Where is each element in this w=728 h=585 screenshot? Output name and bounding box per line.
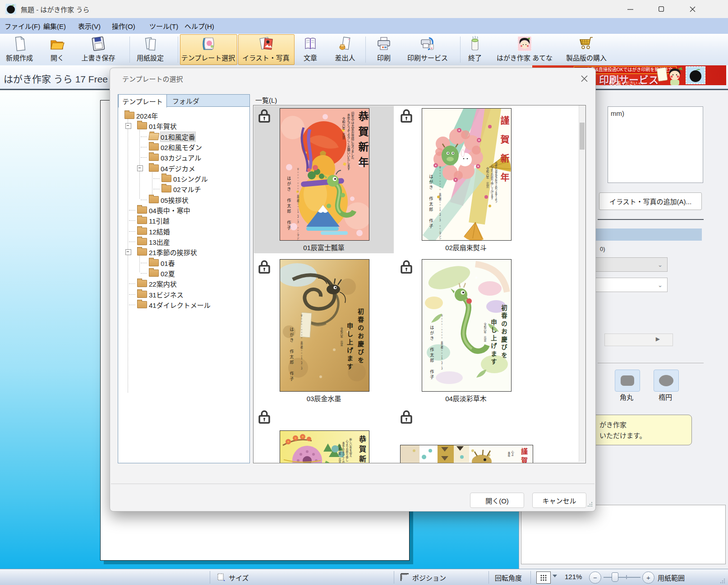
zoom-slider-tick	[626, 575, 627, 579]
lock-icon	[258, 410, 271, 424]
tree-item-mochu[interactable]: 04喪中・寒中	[118, 205, 249, 215]
zoom-out-button[interactable]: −	[589, 571, 601, 584]
expand-button[interactable]: ▶	[604, 334, 673, 346]
tree-collapse-box[interactable]	[137, 165, 143, 171]
menu-view[interactable]: 表示(V)	[78, 21, 101, 31]
template-card-kinga[interactable]: 謹賀 心よ 本年	[400, 445, 533, 463]
zoom-slider-thumb[interactable]	[612, 572, 618, 582]
print-button[interactable]: 印刷	[368, 35, 400, 62]
zoom-level: 121%	[565, 573, 582, 580]
maximize-button[interactable]	[651, 0, 672, 18]
menu-help[interactable]: ヘルプ(H)	[184, 21, 214, 31]
open-button[interactable]: 開く	[41, 35, 73, 62]
dialog-resize-grip[interactable]	[587, 502, 593, 507]
template-card-ogi-noshi[interactable]: 謹賀新年 今年も幸多き年でありますよう 心よりお祈り申し上げます 令和六年 元旦…	[422, 108, 511, 241]
purchase-button[interactable]: 製品版の購入	[559, 35, 613, 62]
status-separator	[530, 571, 531, 584]
template-name: 02辰扇束熨斗	[408, 242, 524, 252]
tree-item-annaijo[interactable]: 22案内状	[118, 279, 249, 288]
zoom-in-button[interactable]: +	[642, 571, 654, 584]
tree-collapse-box[interactable]	[125, 123, 131, 129]
minimize-button[interactable]	[620, 0, 640, 18]
tree-item-aisatsujo[interactable]: 05挨拶状	[118, 195, 249, 205]
text-button[interactable]: 文章	[293, 35, 327, 62]
tree-item-wafu-teiban[interactable]: 01和風定番	[118, 132, 249, 142]
tree-item-nengajo[interactable]: 01年賀状	[118, 121, 249, 131]
tree-item-kekkon[interactable]: 12結婚	[118, 226, 249, 236]
bottom-right-box	[521, 505, 726, 564]
window-resize-grip[interactable]	[720, 578, 725, 584]
size-position-box: mm)	[608, 106, 703, 183]
print-service-icon	[419, 35, 436, 52]
tree-item-haru[interactable]: 01春	[118, 258, 249, 268]
rounded-label: 角丸	[620, 392, 633, 402]
save-button[interactable]: 上書き保存	[74, 35, 122, 62]
tree-item-multi[interactable]: 02マルチ	[118, 184, 249, 194]
new-document-button[interactable]: 新規作成	[0, 35, 39, 62]
zoom-slider-track[interactable]	[604, 577, 640, 578]
template-thumbnail-art	[422, 109, 511, 240]
template-card-tansai-kusaki[interactable]: 初春のお慶びを 申し上げます 令和六年 元旦 〒○○○-○○○○ 東京都○○○１…	[422, 259, 511, 392]
tree-item-business[interactable]: 31ビジネス	[118, 289, 249, 299]
tree-item-digicame[interactable]: 04デジカメ	[118, 163, 249, 173]
close-icon	[581, 75, 588, 82]
hagaki-atena-button[interactable]: はがき作家 あてな	[492, 35, 558, 62]
menu-tools[interactable]: ツール(T)	[149, 21, 178, 31]
menu-bar: ファイル(F) 編集(E) 表示(V) 操作(O) ツール(T) ヘルプ(H)	[0, 18, 728, 34]
cancel-button[interactable]: キャンセル	[532, 493, 586, 508]
print-service-button[interactable]: 印刷サービス	[403, 35, 452, 62]
lock-icon	[400, 109, 413, 123]
scrollbar-thumb[interactable]	[580, 123, 585, 150]
banner-subtext: をご覧ください <<	[609, 80, 643, 85]
ellipse-shape-button[interactable]	[654, 370, 679, 392]
grid-dropdown-caret[interactable]	[553, 575, 557, 577]
lock-icon	[400, 260, 413, 274]
toolbar-separator	[178, 37, 178, 63]
tree-item-directmail[interactable]: 41ダイレクトメール	[118, 300, 249, 310]
paper-settings-button[interactable]: 用紙設定	[131, 35, 170, 62]
menu-file[interactable]: ファイル(F)	[5, 21, 40, 31]
tree-item-2024[interactable]: 2024年	[118, 110, 249, 120]
template-book-icon	[200, 35, 217, 52]
dialog-close-button[interactable]	[575, 72, 594, 85]
card-greeting: 謹賀	[520, 448, 527, 463]
tree-item-single[interactable]: 01シングル	[118, 174, 249, 183]
template-thumbnail-art	[280, 431, 369, 463]
tree-item-kisetsu[interactable]: 21季節の挨拶状	[118, 247, 249, 257]
tab-folder[interactable]: フォルダ	[166, 95, 206, 106]
template-card-fuji-hyotan[interactable]: 恭賀新年 旧年中は大変お世話になりました 本年もどうぞよろしくお願いいたします …	[280, 108, 369, 241]
chevron-down-icon: ⌄	[658, 261, 663, 268]
tree-item-shussan[interactable]: 13出産	[118, 237, 249, 247]
panel-divider	[598, 219, 704, 220]
list-scrollbar[interactable]	[579, 105, 585, 462]
lock-icon	[258, 260, 271, 274]
template-card-kin-suiboku[interactable]: 初春のお慶びを 申し上げます 令和六年 元旦 〒○○○-○○○○ 東京都○○○１…	[280, 259, 369, 392]
tab-template[interactable]: テンプレート	[118, 94, 167, 108]
tree-item-wafu-modern[interactable]: 02和風モダン	[118, 142, 249, 152]
close-button[interactable]	[682, 0, 703, 18]
rotation-label: 回転角度	[495, 573, 522, 582]
size-icon	[217, 573, 226, 582]
open-dialog-button[interactable]: 開く(O)	[470, 493, 524, 508]
illust-photo-button[interactable]: イラスト・写真	[238, 35, 294, 62]
title-bar: 無題 - はがき作家 うら	[0, 0, 728, 18]
rounded-rect-shape-button[interactable]	[615, 370, 640, 392]
banner-girl-icon	[657, 66, 685, 85]
template-card-kyoga-shinshun[interactable]: 恭賀新春 新しい年を迎え 心よりお祈り申し 本年もよろしくお 令和六年 元旦	[280, 430, 369, 463]
add-illust-photo-button[interactable]: イラスト・写真の追加(A)...	[599, 192, 702, 210]
tree-item-hikkoshi[interactable]: 11引越	[118, 215, 249, 225]
tree-item-natsu[interactable]: 02夏	[118, 268, 249, 278]
tree-item-casual[interactable]: 03カジュアル	[118, 152, 249, 162]
partial-label: 0)	[600, 246, 605, 252]
menu-operation[interactable]: 操作(O)	[112, 21, 135, 31]
ellipse-shape	[659, 375, 673, 386]
menu-edit[interactable]: 編集(E)	[43, 21, 66, 31]
tree-collapse-box[interactable]	[125, 249, 131, 255]
template-select-button[interactable]: テンプレート選択	[180, 35, 236, 62]
grid-icon	[540, 574, 547, 581]
grid-view-button[interactable]	[536, 571, 551, 584]
template-select-dialog: テンプレートの選択 テンプレート フォルダ 2024年 01年賀状	[110, 68, 596, 512]
save-floppy-icon	[90, 35, 107, 52]
exit-button[interactable]: 終了	[461, 35, 489, 62]
sender-button[interactable]: 差出人	[326, 35, 364, 62]
